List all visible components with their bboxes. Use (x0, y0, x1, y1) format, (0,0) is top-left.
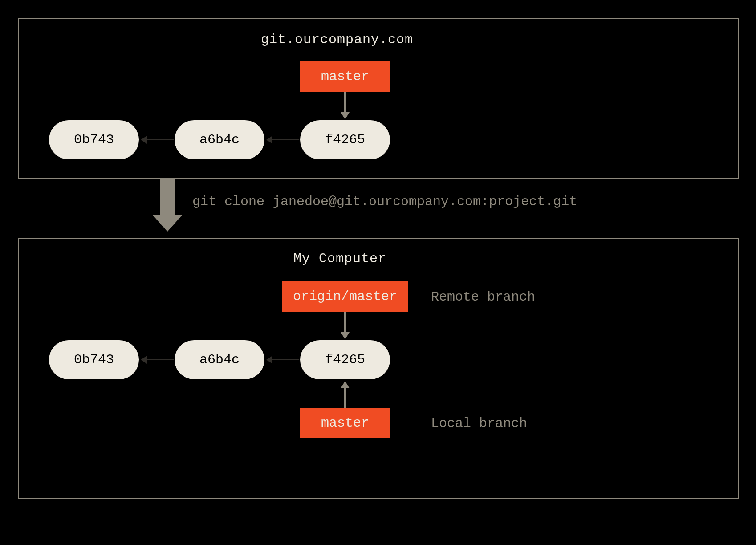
local-remote-tracking-branch: origin/master (282, 281, 408, 312)
arrow-origin-master-to-commit (344, 312, 346, 333)
remote-branch-label: Remote branch (431, 289, 535, 305)
local-commit-2: f4265 (300, 340, 390, 379)
clone-arrow-stem (160, 179, 175, 215)
arrow-local-c1-to-c0 (146, 359, 174, 360)
local-title: My Computer (293, 251, 386, 266)
arrow-remote-master-to-commit (344, 92, 346, 113)
remote-commit-0: 0b743 (49, 120, 139, 159)
clone-arrow-head-icon (152, 215, 183, 232)
diagram-canvas: git.ourcompany.com master 0b743 a6b4c f4… (0, 0, 756, 545)
local-branch-label: Local branch (431, 416, 527, 431)
remote-branch-master: master (300, 61, 390, 92)
arrow-local-master-to-commit (344, 387, 346, 408)
local-commit-1: a6b4c (175, 340, 264, 379)
arrow-local-c2-to-c1 (272, 359, 299, 360)
remote-commit-2: f4265 (300, 120, 390, 159)
remote-commit-1: a6b4c (175, 120, 264, 159)
arrow-remote-c1-to-c0 (146, 139, 174, 140)
local-commit-0: 0b743 (49, 340, 139, 379)
clone-command: git clone janedoe@git.ourcompany.com:pro… (192, 194, 577, 209)
arrow-remote-c2-to-c1 (272, 139, 299, 140)
local-branch-master: master (300, 408, 390, 438)
remote-title: git.ourcompany.com (261, 32, 413, 47)
